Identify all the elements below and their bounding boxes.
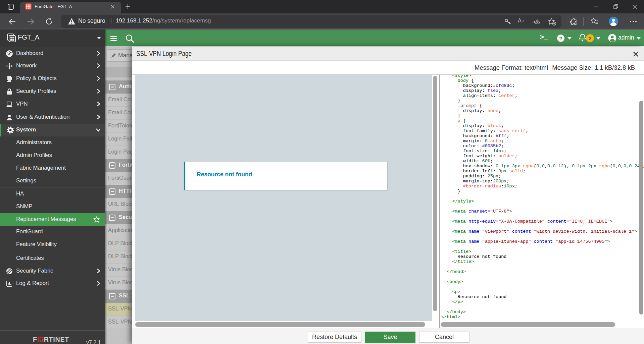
svg-text:?: ?: [559, 36, 562, 41]
svg-text:2: 2: [589, 36, 592, 41]
